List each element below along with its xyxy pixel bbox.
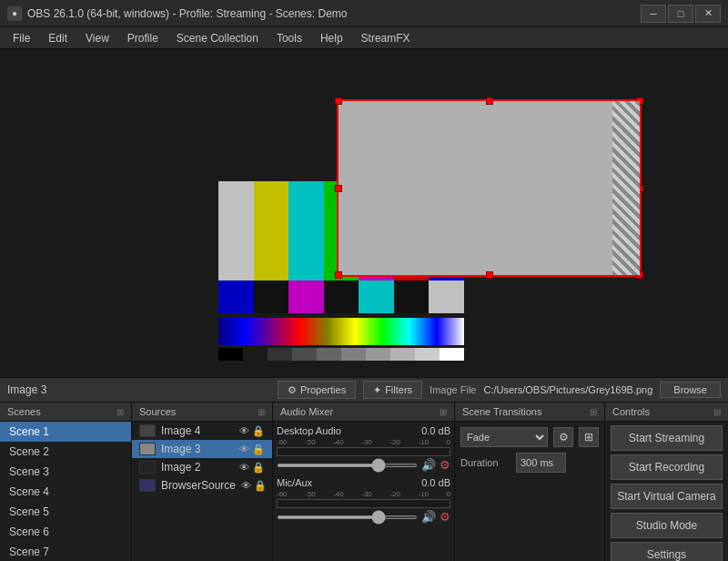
start-virtual-camera-button[interactable]: Start Virtual Camera xyxy=(611,484,723,509)
audio-track-desktop: Desktop Audio 0.0 dB -60-50-40 -30-20-10… xyxy=(277,425,450,472)
audio-track-controls: 🔊 ⚙ xyxy=(277,458,450,472)
eye-icon[interactable]: 👁 xyxy=(239,425,249,437)
menubar: File Edit View Profile Scene Collection … xyxy=(0,27,728,49)
menu-tools[interactable]: Tools xyxy=(268,27,311,48)
controls-panel: Controls ⊞ Start Streaming Start Recordi… xyxy=(605,403,728,561)
audio-mute-button-mic[interactable]: 🔊 xyxy=(421,510,436,524)
menu-edit[interactable]: Edit xyxy=(39,27,76,48)
transition-duration-input[interactable]: 300 ms xyxy=(516,453,566,473)
audio-mixer-content: Desktop Audio 0.0 dB -60-50-40 -30-20-10… xyxy=(273,422,454,561)
controls-expand-icon[interactable]: ⊞ xyxy=(713,407,721,417)
source-thumbnail xyxy=(139,479,156,492)
source-item-icons: 👁 🔒 xyxy=(239,425,265,437)
handle-mr[interactable] xyxy=(636,185,643,192)
maximize-button[interactable]: □ xyxy=(668,5,693,23)
lock-icon[interactable]: 🔒 xyxy=(252,462,265,474)
controls-content: Start Streaming Start Recording Start Vi… xyxy=(605,422,728,561)
transition-expand-button[interactable]: ⊞ xyxy=(579,427,599,447)
start-streaming-button[interactable]: Start Streaming xyxy=(611,425,723,451)
source-item[interactable]: BrowserSource 👁 🔒 xyxy=(132,476,272,495)
handle-bc[interactable] xyxy=(486,271,493,279)
titlebar-left: ● OBS 26.1.0 (64-bit, windows) - Profile… xyxy=(7,6,347,21)
filters-icon: ✦ xyxy=(373,384,381,396)
color-bars-bottom xyxy=(218,280,464,313)
menu-view[interactable]: View xyxy=(76,27,118,48)
image-file-path: C:/Users/OBS/Pictures/Grey169B.png xyxy=(483,384,652,395)
audio-track-mic: Mic/Aux 0.0 dB -60-50-40 -30-20-100 🔊 ⚙ xyxy=(277,477,450,524)
browse-button[interactable]: Browse xyxy=(660,382,721,398)
scenes-panel: Scenes ⊞ Scene 1 Scene 2 Scene 3 Scene 4… xyxy=(0,403,132,561)
menu-help[interactable]: Help xyxy=(311,27,352,48)
audio-settings-button-desktop[interactable]: ⚙ xyxy=(440,458,450,472)
sources-panel: Sources ⊞ Image 4 👁 🔒 Image 3 👁 🔒 xyxy=(132,403,273,561)
scenes-expand-icon[interactable]: ⊞ xyxy=(116,407,124,417)
handle-tr[interactable] xyxy=(636,97,643,105)
menu-file[interactable]: File xyxy=(4,27,39,48)
scene-item[interactable]: Scene 1 xyxy=(0,422,131,442)
scene-transitions-panel: Scene Transitions ⊞ Fade Cut Swipe Slide… xyxy=(455,403,605,561)
handle-tc[interactable] xyxy=(486,97,493,105)
scene-item[interactable]: Scene 4 xyxy=(0,482,131,502)
audio-track-controls-mic: 🔊 ⚙ xyxy=(277,510,450,524)
audio-meter-desktop xyxy=(277,447,450,456)
scene-item[interactable]: Scene 6 xyxy=(0,522,131,542)
scene-transitions-content: Fade Cut Swipe Slide ⚙ ⊞ Duration 300 ms xyxy=(455,422,604,484)
handle-bl[interactable] xyxy=(335,271,342,279)
eye-icon[interactable]: 👁 xyxy=(241,480,251,492)
transition-type-row: Fade Cut Swipe Slide ⚙ ⊞ xyxy=(460,427,599,447)
handle-br[interactable] xyxy=(636,271,643,279)
scene-item[interactable]: Scene 2 xyxy=(0,442,131,462)
settings-button[interactable]: Settings xyxy=(611,542,723,561)
menu-streamfx[interactable]: StreamFX xyxy=(352,27,420,48)
source-item-icons: 👁 🔒 xyxy=(239,462,265,474)
menu-scene-collection[interactable]: Scene Collection xyxy=(167,27,268,48)
audio-settings-button-mic[interactable]: ⚙ xyxy=(440,510,450,524)
source-thumbnail xyxy=(139,424,156,437)
meter-labels: -60-50-40 -30-20-100 xyxy=(277,438,450,446)
sources-expand-icon[interactable]: ⊞ xyxy=(258,407,265,417)
app-icon: ● xyxy=(7,6,22,21)
gradient-bar xyxy=(218,318,464,345)
handle-ml[interactable] xyxy=(335,185,342,192)
start-recording-button[interactable]: Start Recording xyxy=(611,454,723,480)
properties-button[interactable]: ⚙ Properties xyxy=(278,381,356,399)
audio-volume-slider-mic[interactable] xyxy=(277,515,418,519)
sources-header: Sources ⊞ xyxy=(132,403,272,422)
source-item[interactable]: Image 4 👁 🔒 xyxy=(132,422,272,440)
scene-item[interactable]: Scene 7 xyxy=(0,542,131,561)
studio-mode-button[interactable]: Studio Mode xyxy=(611,513,723,538)
audio-expand-icon[interactable]: ⊞ xyxy=(440,407,447,417)
window-controls[interactable]: ─ □ ✕ xyxy=(641,5,721,23)
selected-source-name: Image 3 xyxy=(7,383,46,396)
source-thumbnail xyxy=(139,443,156,455)
scene-transitions-header: Scene Transitions ⊞ xyxy=(455,403,604,422)
controls-header: Controls ⊞ xyxy=(605,403,728,422)
source-item[interactable]: Image 3 👁 🔒 xyxy=(132,440,272,458)
transition-type-select[interactable]: Fade Cut Swipe Slide xyxy=(460,427,548,447)
lock-icon[interactable]: 🔒 xyxy=(252,444,265,455)
eye-icon[interactable]: 👁 xyxy=(239,444,249,455)
filters-button[interactable]: ✦ Filters xyxy=(363,381,422,399)
source-info-bar: Image 3 ⚙ Properties ✦ Filters Image Fil… xyxy=(0,377,728,403)
scenes-header: Scenes ⊞ xyxy=(0,403,131,422)
grey-image-overlay xyxy=(337,99,642,277)
minimize-button[interactable]: ─ xyxy=(641,5,666,23)
handle-tl[interactable] xyxy=(335,97,342,105)
scene-item[interactable]: Scene 3 xyxy=(0,462,131,482)
audio-mute-button-desktop[interactable]: 🔊 xyxy=(421,458,436,472)
image-file-label: Image File xyxy=(430,384,476,395)
titlebar: ● OBS 26.1.0 (64-bit, windows) - Profile… xyxy=(0,0,728,27)
scene-item[interactable]: Scene 5 xyxy=(0,502,131,522)
sources-list: Image 4 👁 🔒 Image 3 👁 🔒 Image 2 👁 xyxy=(132,422,272,561)
close-button[interactable]: ✕ xyxy=(695,5,721,23)
audio-track-header-mic: Mic/Aux 0.0 dB xyxy=(277,477,450,488)
audio-volume-slider-desktop[interactable] xyxy=(277,464,418,467)
lock-icon[interactable]: 🔒 xyxy=(252,425,265,437)
eye-icon[interactable]: 👁 xyxy=(239,462,249,474)
menu-profile[interactable]: Profile xyxy=(118,27,167,48)
transition-settings-button[interactable]: ⚙ xyxy=(553,427,573,447)
lock-icon[interactable]: 🔒 xyxy=(254,480,267,492)
audio-mixer-panel: Audio Mixer ⊞ Desktop Audio 0.0 dB -60-5… xyxy=(273,403,455,561)
source-item[interactable]: Image 2 👁 🔒 xyxy=(132,458,272,476)
transitions-expand-icon[interactable]: ⊞ xyxy=(590,407,597,417)
